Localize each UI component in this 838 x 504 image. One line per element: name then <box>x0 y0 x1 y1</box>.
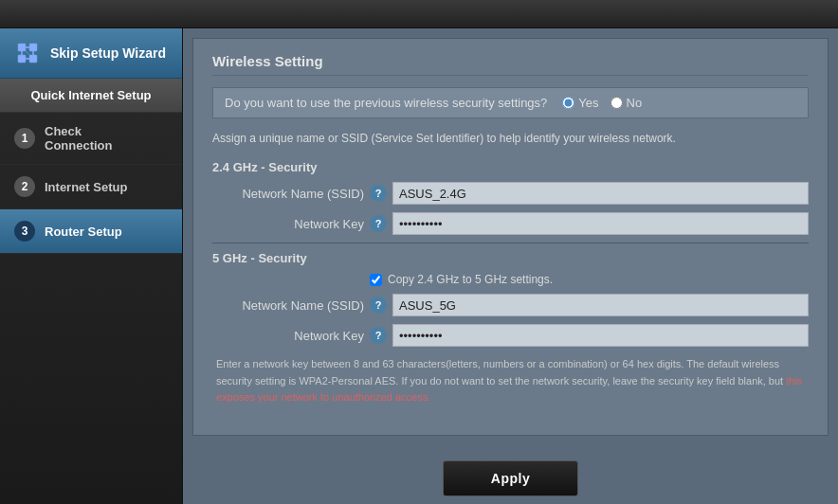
sidebar-item-check-connection[interactable]: 1 CheckConnection <box>0 113 182 165</box>
sidebar-item-router-setup[interactable]: 3 Router Setup <box>0 209 182 254</box>
quick-internet-setup-label: Quick Internet Setup <box>0 79 182 113</box>
help-5-key-icon[interactable]: ? <box>370 327 387 344</box>
sidebar: Skip Setup Wizard Quick Internet Setup 1… <box>0 28 183 504</box>
use-previous-settings-row: Do you want to use the previous wireless… <box>212 87 809 118</box>
form-row-24-key: Network Key ? <box>212 212 809 235</box>
form-row-24-ssid: Network Name (SSID) ? <box>212 182 809 205</box>
step-2-number: 2 <box>14 176 35 197</box>
help-5-ssid-icon[interactable]: ? <box>370 297 387 314</box>
step-1-label: CheckConnection <box>45 124 113 153</box>
copy-5ghz-label[interactable]: Copy 2.4 GHz to 5 GHz settings. <box>388 273 553 286</box>
step-3-number: 3 <box>14 221 35 242</box>
apply-button[interactable]: Apply <box>443 460 578 496</box>
input-24-key[interactable] <box>392 212 809 235</box>
use-previous-radio-group: Yes No <box>562 96 642 110</box>
divider-1 <box>212 243 809 243</box>
radio-no-label[interactable]: No <box>610 96 643 110</box>
label-5-ssid: Network Name (SSID) <box>212 298 364 313</box>
label-24-key: Network Key <box>212 217 364 231</box>
input-5-key[interactable] <box>392 324 809 347</box>
input-24-ssid[interactable] <box>392 182 809 205</box>
help-24-ssid-icon[interactable]: ? <box>370 185 387 202</box>
step-2-label: Internet Setup <box>45 180 127 194</box>
info-text-body: Enter a network key between 8 and 63 cha… <box>216 358 786 387</box>
assign-ssid-description: Assign a unique name or SSID (Service Se… <box>212 130 809 147</box>
form-row-5-key: Network Key ? <box>212 324 809 347</box>
copy-checkbox-row: Copy 2.4 GHz to 5 GHz settings. <box>370 273 809 286</box>
radio-yes-text: Yes <box>578 96 598 110</box>
content-panel: Wireless Setting Do you want to use the … <box>192 38 829 436</box>
copy-5ghz-checkbox[interactable] <box>370 274 382 286</box>
skip-wizard-label: Skip Setup Wizard <box>50 45 166 62</box>
panel-title: Wireless Setting <box>212 53 809 76</box>
label-24-ssid: Network Name (SSID) <box>212 187 364 201</box>
radio-no-text: No <box>627 96 643 110</box>
help-24-key-icon[interactable]: ? <box>370 215 387 232</box>
step-3-label: Router Setup <box>45 225 122 239</box>
use-previous-question: Do you want to use the previous wireless… <box>225 96 547 110</box>
skip-wizard-button[interactable]: Skip Setup Wizard <box>0 28 182 79</box>
section-24ghz-title: 2.4 GHz - Security <box>212 160 809 174</box>
network-icon <box>14 40 41 66</box>
input-5-ssid[interactable] <box>392 294 809 316</box>
form-row-5-ssid: Network Name (SSID) ? <box>212 294 809 316</box>
radio-yes-input[interactable] <box>562 97 574 109</box>
top-bar <box>0 0 838 28</box>
section-5ghz-title: 5 GHz - Security <box>212 251 809 265</box>
svg-rect-2 <box>18 55 26 63</box>
apply-row: Apply <box>183 445 838 504</box>
sidebar-item-internet-setup[interactable]: 2 Internet Setup <box>0 165 182 209</box>
label-5-key: Network Key <box>212 329 364 343</box>
radio-no-input[interactable] <box>610 97 623 109</box>
info-text: Enter a network key between 8 and 63 cha… <box>212 356 809 406</box>
step-1-number: 1 <box>14 128 35 149</box>
main-content: Wireless Setting Do you want to use the … <box>183 28 838 504</box>
svg-rect-1 <box>29 44 37 51</box>
radio-yes-label[interactable]: Yes <box>562 96 598 110</box>
main-layout: Skip Setup Wizard Quick Internet Setup 1… <box>0 28 838 504</box>
